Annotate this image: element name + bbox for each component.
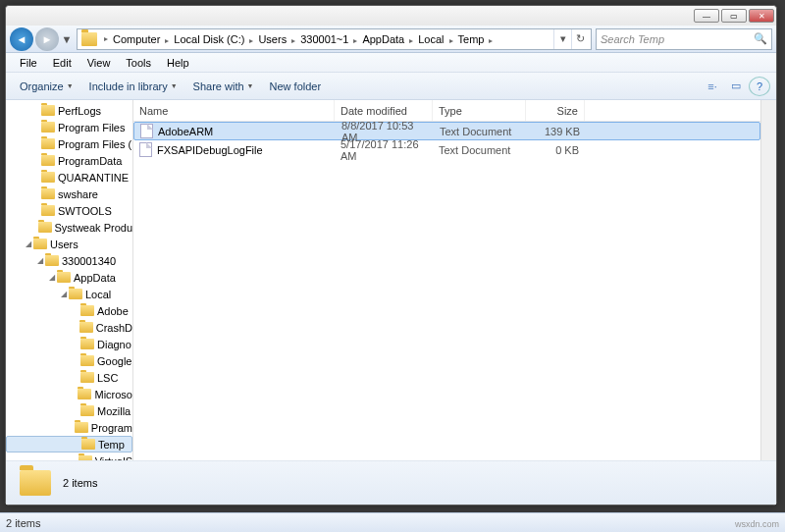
refresh-button[interactable]: ↻: [571, 29, 589, 49]
file-row[interactable]: FXSAPIDebugLogFile5/17/2017 11:26 AMText…: [133, 140, 760, 159]
details-pane: 2 items: [6, 460, 776, 505]
tree-node[interactable]: ProgramData: [6, 152, 132, 169]
search-placeholder: Search Temp: [601, 33, 664, 45]
file-list[interactable]: AdobeARM8/8/2017 10:53 AMText Document13…: [133, 122, 760, 460]
folder-icon: [41, 105, 55, 116]
tree-node[interactable]: Program: [6, 419, 132, 436]
folder-icon: [81, 32, 97, 46]
file-row[interactable]: AdobeARM8/8/2017 10:53 AMText Document13…: [133, 122, 760, 140]
forward-button[interactable]: ►: [35, 27, 59, 51]
breadcrumb-segment[interactable]: Computer: [111, 33, 162, 45]
tree-node[interactable]: swshare: [6, 186, 132, 202]
folder-icon: [79, 322, 93, 333]
tree-label: Microso: [94, 389, 132, 400]
folder-icon: [33, 239, 47, 249]
tree-label: Mozilla: [97, 405, 131, 417]
tree-label: swshare: [58, 188, 98, 200]
tree-node[interactable]: Diagno: [6, 336, 132, 352]
maximize-button[interactable]: ▭: [721, 9, 747, 23]
tree-node[interactable]: ◢330001340: [6, 252, 132, 269]
breadcrumb-segment[interactable]: Local: [416, 33, 445, 45]
file-size: 139 KB: [527, 126, 586, 137]
share-with-button[interactable]: Share with▼: [185, 78, 262, 95]
help-button[interactable]: ?: [749, 77, 770, 96]
folder-icon: [41, 155, 55, 166]
view-options-button[interactable]: ≡·: [702, 77, 723, 96]
tree-label: Users: [50, 239, 78, 250]
folder-icon: [78, 455, 92, 460]
chevron-right-icon[interactable]: ▸: [446, 36, 456, 45]
watermark: wsxdn.com: [735, 519, 779, 529]
tree-node[interactable]: Mozilla: [6, 402, 132, 419]
tree-node[interactable]: Temp: [6, 436, 132, 452]
tree-label: CrashD: [96, 322, 132, 334]
chevron-right-icon[interactable]: ▸: [350, 36, 360, 45]
chevron-right-icon[interactable]: ▸: [162, 36, 172, 45]
tree-label: Diagno: [97, 339, 131, 350]
content-area: PerfLogsProgram FilesProgram Files (Prog…: [6, 100, 776, 460]
file-date: 5/17/2017 11:26 AM: [335, 138, 433, 162]
tree-label: Program Files: [58, 122, 125, 133]
tree-node[interactable]: Program Files (: [6, 135, 132, 152]
column-type[interactable]: Type: [433, 100, 526, 121]
close-button[interactable]: ✕: [749, 9, 774, 23]
minimize-button[interactable]: —: [694, 9, 719, 23]
tree-node[interactable]: Systweak Produ: [6, 219, 132, 236]
include-library-button[interactable]: Include in library▼: [81, 78, 185, 95]
breadcrumb-segment[interactable]: 330001~1: [298, 33, 350, 45]
chevron-right-icon[interactable]: ▸: [486, 36, 496, 45]
tree-node[interactable]: LSC: [6, 369, 132, 386]
tree-label: Adobe: [97, 305, 129, 317]
chevron-right-icon[interactable]: ▸: [246, 36, 256, 45]
history-dropdown[interactable]: ▼: [61, 30, 73, 48]
tree-label: Google: [97, 355, 131, 367]
tree-node[interactable]: Program Files: [6, 119, 132, 135]
menu-help[interactable]: Help: [159, 55, 197, 71]
search-icon: 🔍: [754, 32, 767, 45]
chevron-right-icon[interactable]: ▸: [406, 36, 416, 45]
chevron-right-icon[interactable]: ▸: [101, 34, 111, 43]
tree-node[interactable]: PerfLogs: [6, 102, 132, 119]
folder-icon: [81, 439, 95, 450]
folder-icon: [69, 289, 82, 299]
breadcrumb-segment[interactable]: AppData: [360, 33, 406, 45]
breadcrumb-segment[interactable]: Temp: [456, 33, 487, 45]
tree-node[interactable]: SWTOOLS: [6, 202, 132, 219]
file-name: AdobeARM: [158, 126, 213, 137]
tree-node[interactable]: Adobe: [6, 302, 132, 319]
preview-pane-button[interactable]: ▭: [725, 77, 747, 96]
tree-label: Program Files (: [58, 138, 131, 150]
column-name[interactable]: Name: [133, 100, 335, 121]
tree-node[interactable]: ◢AppData: [6, 269, 132, 286]
folder-icon: [80, 372, 94, 383]
tree-label: ProgramData: [58, 155, 122, 167]
tree-node[interactable]: Microso: [6, 386, 132, 402]
tree-label: QUARANTINE: [58, 172, 129, 184]
tree-node[interactable]: ◢Users: [6, 236, 132, 252]
menu-edit[interactable]: Edit: [45, 55, 79, 71]
tree-node[interactable]: CrashD: [6, 319, 132, 336]
menu-tools[interactable]: Tools: [118, 55, 159, 71]
organize-button[interactable]: Organize▼: [12, 78, 81, 95]
breadcrumb-segment[interactable]: Local Disk (C:): [172, 33, 246, 45]
tree-node[interactable]: ◢Local: [6, 286, 132, 302]
navigation-tree[interactable]: PerfLogsProgram FilesProgram Files (Prog…: [6, 100, 133, 460]
back-button[interactable]: ◄: [10, 27, 33, 51]
document-icon: [140, 124, 153, 138]
tree-node[interactable]: Google: [6, 352, 132, 369]
tree-node[interactable]: VirtualS: [6, 452, 132, 460]
new-folder-button[interactable]: New folder: [262, 78, 330, 95]
folder-icon: [57, 272, 71, 283]
breadcrumb-segment[interactable]: Users: [256, 33, 288, 45]
column-date[interactable]: Date modified: [335, 100, 433, 121]
column-size[interactable]: Size: [526, 100, 585, 121]
chevron-right-icon[interactable]: ▸: [288, 36, 298, 45]
tree-label: SWTOOLS: [58, 205, 112, 217]
scrollbar[interactable]: [760, 100, 776, 460]
address-bar[interactable]: ▸ Computer▸Local Disk (C:)▸Users▸330001~…: [77, 28, 592, 50]
menu-file[interactable]: File: [12, 55, 45, 71]
tree-node[interactable]: QUARANTINE: [6, 169, 132, 186]
search-input[interactable]: Search Temp 🔍: [596, 28, 772, 50]
address-dropdown[interactable]: ▾: [553, 29, 571, 49]
menu-view[interactable]: View: [79, 55, 119, 71]
